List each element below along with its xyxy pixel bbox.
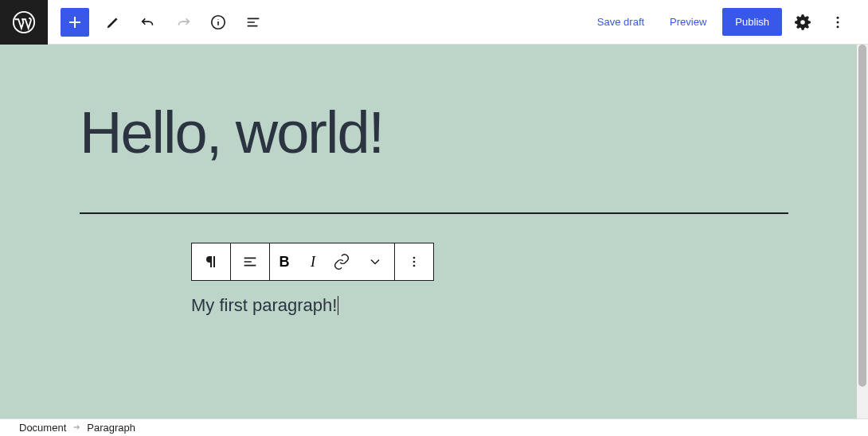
svg-point-2 bbox=[837, 16, 839, 18]
redo-icon bbox=[174, 14, 192, 31]
more-formatting-button[interactable] bbox=[356, 243, 394, 280]
bold-button[interactable]: B bbox=[270, 243, 299, 280]
top-bar-left bbox=[0, 0, 271, 44]
more-vertical-icon bbox=[830, 14, 846, 30]
tools-button[interactable] bbox=[99, 8, 127, 37]
link-button[interactable] bbox=[327, 243, 356, 280]
editor-canvas[interactable]: Hello, world! B I bbox=[0, 45, 868, 418]
post-title[interactable]: Hello, world! bbox=[80, 100, 788, 165]
breadcrumb-separator bbox=[71, 422, 82, 434]
editor-top-bar: Save draft Preview Publish bbox=[0, 0, 868, 45]
align-button[interactable] bbox=[231, 243, 269, 280]
svg-point-4 bbox=[837, 25, 839, 28]
breadcrumb-root[interactable]: Document bbox=[19, 422, 66, 434]
align-left-icon bbox=[241, 253, 259, 271]
scrollbar-thumb[interactable] bbox=[858, 45, 866, 387]
paragraph-text: My first paragraph! bbox=[191, 295, 337, 316]
info-icon bbox=[209, 14, 227, 31]
info-button[interactable] bbox=[204, 8, 233, 37]
pencil-icon bbox=[104, 14, 122, 31]
save-draft-button[interactable]: Save draft bbox=[588, 10, 654, 34]
chevron-down-icon bbox=[367, 254, 383, 270]
svg-point-7 bbox=[413, 265, 416, 267]
italic-button[interactable]: I bbox=[299, 243, 327, 280]
undo-button[interactable] bbox=[134, 8, 162, 37]
list-view-icon bbox=[244, 14, 262, 31]
block-more-button[interactable] bbox=[395, 243, 433, 280]
paragraph-icon bbox=[201, 252, 221, 271]
separator-block[interactable] bbox=[80, 212, 788, 214]
block-type-button[interactable] bbox=[192, 243, 230, 280]
list-view-button[interactable] bbox=[239, 8, 268, 37]
link-icon bbox=[333, 253, 350, 271]
more-options-button[interactable] bbox=[823, 8, 852, 37]
preview-button[interactable]: Preview bbox=[660, 10, 716, 34]
block-toolbar: B I bbox=[191, 243, 434, 281]
plus-icon bbox=[65, 13, 84, 32]
gear-icon bbox=[794, 14, 811, 31]
more-vertical-icon bbox=[406, 254, 422, 270]
svg-point-3 bbox=[837, 21, 839, 23]
arrow-right-icon bbox=[71, 423, 82, 431]
add-block-button[interactable] bbox=[61, 8, 89, 37]
text-cursor bbox=[338, 296, 338, 315]
undo-icon bbox=[139, 14, 157, 31]
editor-scrollbar[interactable] bbox=[857, 45, 868, 418]
top-bar-right: Save draft Preview Publish bbox=[588, 8, 868, 37]
publish-button[interactable]: Publish bbox=[722, 8, 782, 36]
paragraph-block[interactable]: My first paragraph! bbox=[191, 295, 788, 316]
redo-button[interactable] bbox=[169, 8, 197, 37]
wordpress-icon bbox=[12, 10, 36, 34]
wordpress-logo[interactable] bbox=[0, 0, 48, 45]
svg-point-6 bbox=[413, 261, 416, 263]
svg-point-5 bbox=[413, 257, 416, 259]
settings-button[interactable] bbox=[788, 8, 817, 37]
block-breadcrumb: Document Paragraph bbox=[0, 418, 868, 436]
breadcrumb-current[interactable]: Paragraph bbox=[87, 422, 135, 434]
